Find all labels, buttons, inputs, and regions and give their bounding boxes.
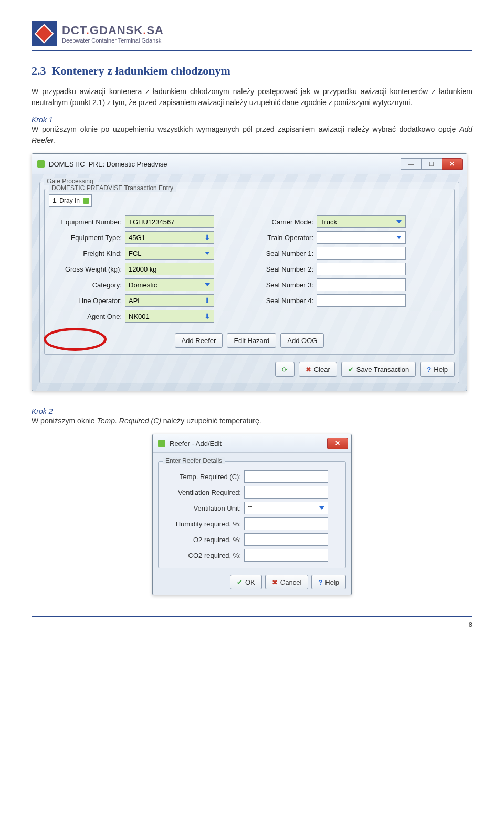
freight-kind-dropdown-icon[interactable] [203, 248, 212, 258]
input-train-operator[interactable] [317, 231, 406, 244]
label-seal-4: Seal Number 4: [246, 297, 317, 305]
group-transaction-legend: DOMESTIC PREADVISE Transaction Entry [49, 184, 176, 192]
label-line-operator: Line Operator: [49, 297, 125, 305]
agent-one-lookup-icon[interactable]: ⬇ [203, 312, 212, 321]
window-minimize-button[interactable] [401, 158, 422, 170]
krok-1-text: W poniższym oknie po uzupełnieniu wszyst… [32, 124, 472, 146]
window-titlebar: DOMESTIC_PRE: Domestic Preadvise [32, 154, 467, 174]
add-oog-button[interactable]: Add OOG [280, 333, 324, 348]
label-equipment-type: Equipment Type: [49, 234, 125, 242]
ok-button[interactable]: ✔OK [230, 575, 262, 589]
cancel-button[interactable]: ✖Cancel [265, 575, 308, 589]
brand-header: DCT.GDANSK.SA Deepwater Container Termin… [32, 21, 472, 46]
equipment-type-lookup-icon[interactable]: ⬇ [203, 233, 212, 242]
reefer-app-icon [158, 440, 165, 447]
refresh-button[interactable]: ⟳ [275, 362, 295, 377]
help-icon: ? [318, 578, 322, 586]
label-temp-required: Temp. Required (C): [163, 473, 244, 481]
label-seal-3: Seal Number 3: [246, 281, 317, 289]
group-reefer-legend: Enter Reefer Details [163, 457, 225, 464]
section-title: Kontenery z ładunkiem chłodzonym [52, 64, 230, 77]
krok-2-text-a: W poniższym oknie [32, 417, 97, 425]
brand-part2: GDANSK [90, 24, 143, 37]
input-gross-weight[interactable] [125, 263, 214, 275]
label-ventilation-unit: Ventilation Unit: [163, 504, 244, 512]
label-category: Category: [49, 281, 125, 289]
label-gross-weight: Gross Weight (kg): [49, 265, 125, 273]
window-maximize-button[interactable] [421, 158, 442, 170]
label-carrier-mode: Carrier Mode: [246, 218, 317, 226]
input-line-operator[interactable] [125, 294, 214, 307]
brand-logo-inner [35, 24, 54, 44]
dropdown-icon [319, 506, 324, 510]
window-title: DOMESTIC_PRE: Domestic Preadvise [49, 160, 167, 168]
reefer-help-button[interactable]: ?Help [311, 575, 346, 589]
input-seal-2[interactable] [317, 263, 406, 275]
window-app-icon [37, 160, 45, 168]
clear-icon: ✖ [306, 366, 311, 374]
section-heading: 2.3 Kontenery z ładunkiem chłodzonym [32, 64, 472, 78]
reefer-titlebar: Reefer - Add/Edit ✕ [153, 434, 351, 453]
input-seal-3[interactable] [317, 278, 406, 291]
input-seal-4[interactable] [317, 294, 406, 307]
rule-bottom [32, 616, 472, 617]
input-co2-required[interactable] [244, 549, 328, 562]
group-reefer-details: Enter Reefer Details Temp. Required (C):… [158, 461, 346, 568]
label-co2-required: CO2 required, %: [163, 552, 244, 559]
input-temp-required[interactable] [244, 470, 328, 483]
rule-top [32, 50, 472, 51]
clear-button[interactable]: ✖Clear [299, 362, 337, 377]
brand-part3: SA [146, 24, 164, 37]
brand-part1: DCT [62, 24, 86, 37]
save-transaction-button[interactable]: ✔Save Transaction [341, 362, 416, 377]
reefer-close-button[interactable]: ✕ [327, 438, 348, 449]
train-operator-dropdown-icon[interactable] [394, 233, 404, 242]
add-reefer-button[interactable]: Add Reefer [175, 333, 223, 348]
refresh-icon: ⟳ [282, 366, 288, 374]
dropdown-icon [83, 198, 89, 204]
input-category[interactable] [125, 278, 214, 291]
save-icon: ✔ [348, 366, 354, 374]
label-ventilation-required: Ventilation Required: [163, 489, 244, 496]
input-equipment-type[interactable] [125, 231, 214, 244]
page-number: 8 [32, 620, 472, 628]
input-seal-1[interactable] [317, 247, 406, 260]
label-seal-2: Seal Number 2: [246, 265, 317, 273]
dray-in-dropdown[interactable]: 1. Dray In [49, 194, 92, 207]
label-agent-one: Agent One: [49, 313, 125, 320]
category-dropdown-icon[interactable] [203, 280, 212, 289]
annotation-circle [44, 328, 107, 351]
input-equipment-number[interactable] [125, 215, 214, 228]
krok-1-text-a: W poniższym oknie po uzupełnieniu wszyst… [32, 125, 459, 133]
brand-tagline: Deepwater Container Terminal Gdansk [62, 37, 164, 44]
label-seal-1: Seal Number 1: [246, 250, 317, 257]
group-transaction-entry: DOMESTIC PREADVISE Transaction Entry 1. … [44, 189, 455, 355]
section-number: 2.3 [32, 64, 46, 77]
input-agent-one[interactable] [125, 310, 214, 323]
krok-2-label: Krok 2 [32, 407, 472, 416]
line-operator-lookup-icon[interactable]: ⬇ [203, 296, 212, 305]
window-domestic-preadvise: DOMESTIC_PRE: Domestic Preadvise Gate Pr… [32, 153, 467, 391]
edit-hazard-button[interactable]: Edit Hazard [227, 333, 276, 348]
window-close-button[interactable] [442, 158, 463, 170]
label-train-operator: Train Operator: [246, 234, 317, 242]
brand-logo [32, 21, 57, 46]
input-humidity-required[interactable] [244, 517, 328, 530]
ok-icon: ✔ [237, 578, 243, 586]
select-ventilation-unit[interactable]: -- [244, 502, 328, 514]
label-freight-kind: Freight Kind: [49, 250, 125, 257]
group-gate-legend: Gate Processing [44, 178, 96, 185]
group-gate-processing: Gate Processing DOMESTIC PREADVISE Trans… [39, 182, 459, 383]
label-o2-required: O2 required, %: [163, 536, 244, 544]
input-freight-kind[interactable] [125, 247, 214, 260]
dray-in-value: 1. Dray In [52, 197, 80, 204]
input-carrier-mode[interactable] [317, 215, 406, 228]
help-button[interactable]: ?Help [420, 362, 455, 377]
carrier-mode-dropdown-icon[interactable] [394, 217, 404, 226]
window-reefer-add-edit: Reefer - Add/Edit ✕ Enter Reefer Details… [152, 434, 352, 595]
reefer-window-title: Reefer - Add/Edit [170, 440, 222, 448]
input-ventilation-required[interactable] [244, 486, 328, 499]
help-icon: ? [427, 366, 431, 374]
label-equipment-number: Equipment Number: [49, 218, 125, 226]
input-o2-required[interactable] [244, 533, 328, 546]
